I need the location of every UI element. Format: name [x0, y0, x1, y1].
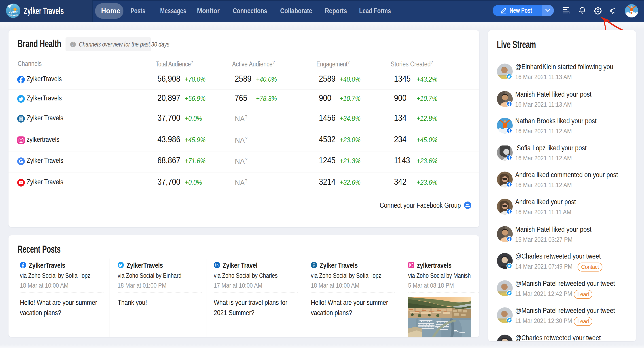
svg-text:Zylker: Zylker: [9, 10, 18, 14]
svg-text:Travels: Travels: [8, 14, 18, 17]
